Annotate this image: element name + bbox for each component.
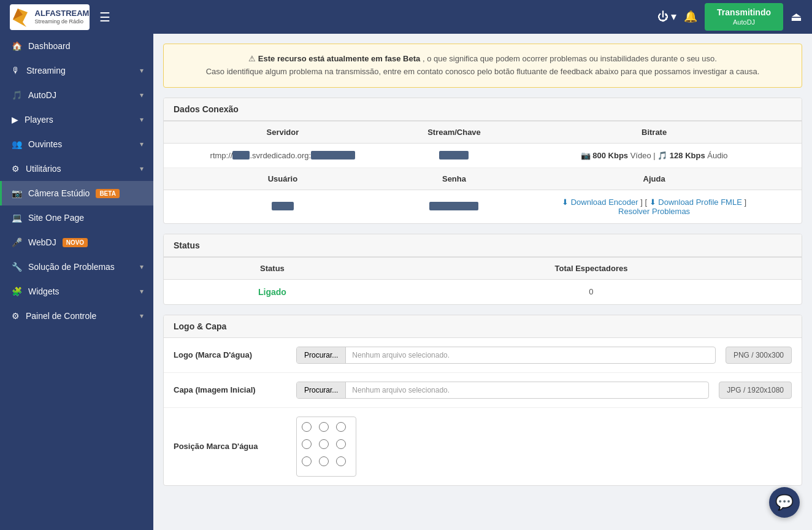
transmitindo-button[interactable]: Transmitindo AutoDJ <box>705 3 783 30</box>
autodj-icon: 🎵 <box>12 90 22 100</box>
chat-button[interactable]: 💬 <box>769 487 800 518</box>
status-table: Status Total Espectadores Ligado 0 <box>164 257 802 304</box>
watermark-radio-tl[interactable] <box>302 422 312 432</box>
watermark-radio-bl[interactable] <box>302 456 312 466</box>
sidebar-item-dashboard[interactable]: 🏠 Dashboard <box>0 34 153 58</box>
status-card: Status Status Total Espectadores Ligado … <box>163 234 802 305</box>
stream-value: ████ <box>402 143 507 167</box>
chevron-down-icon: ▾ <box>140 312 144 320</box>
sidebar-item-ouvintes[interactable]: 👥 Ouvintes ▾ <box>0 132 153 156</box>
watermark-label: Posição Marca D'água <box>174 442 296 451</box>
power-icon: ⏻ <box>657 10 668 23</box>
download-encoder-link[interactable]: ⬇ Download Encoder <box>562 198 638 207</box>
sidebar-item-webdj[interactable]: 🎤 WebDJ NOVO <box>0 230 153 255</box>
chevron-down-icon: ▾ <box>140 91 144 99</box>
servidor-value: rtmp://███.svrdedicado.org:████████ <box>164 143 402 167</box>
logo-browse-button[interactable]: Procurar... <box>297 347 346 363</box>
col-senha: Senha <box>402 167 507 190</box>
logo-capa-card: Logo & Capa Logo (Marca D'água) Procurar… <box>163 315 802 486</box>
alert-text2: Caso identifique algum problema na trans… <box>176 66 789 79</box>
logout-icon[interactable]: ⏏ <box>791 9 802 24</box>
capa-file-placeholder: Nenhum arquivo selecionado. <box>346 382 456 398</box>
painel-icon: ⚙ <box>12 311 20 321</box>
watermark-radio-br[interactable] <box>336 456 346 466</box>
sidebar-item-streaming[interactable]: 🎙 Streaming ▾ <box>0 58 153 83</box>
sidebar-item-siteonepage[interactable]: 💻 Site One Page <box>0 205 153 230</box>
bitrate-value: 📷 800 Kbps Vídeo | 🎵 128 Kbps Áudio <box>507 143 802 167</box>
status-col-status: Status <box>164 257 381 279</box>
camera-icon: 📷 <box>12 188 22 198</box>
novo-badge: NOVO <box>63 238 88 247</box>
sidebar-item-autodj[interactable]: 🎵 AutoDJ ▾ <box>0 83 153 107</box>
sidebar-item-players[interactable]: ▶ Players ▾ <box>0 107 153 132</box>
hamburger-icon[interactable]: ☰ <box>99 10 110 25</box>
capa-label: Capa (Imagem Inicial) <box>174 385 296 394</box>
beta-badge: BETA <box>96 189 119 198</box>
download-profile-link[interactable]: ⬇ Download Profile FMLE <box>649 198 742 207</box>
utilitarios-icon: ⚙ <box>12 164 20 174</box>
alert-bold: Este recurso está atualmente em fase Bet… <box>258 54 420 63</box>
logo-subtext: Streaming de Rádio <box>35 18 90 25</box>
resolver-problemas-link[interactable]: Resolver Problemas <box>618 207 690 216</box>
players-icon: ▶ <box>12 115 18 125</box>
header-left: ALFASTREAM Streaming de Rádio ☰ <box>10 4 110 30</box>
espectadores-value: 0 <box>381 279 802 304</box>
logo-row: Logo (Marca D'água) Procurar... Nenhum a… <box>164 338 802 373</box>
watermark-radio-bc[interactable] <box>319 456 329 466</box>
alert-text1: , o que significa que podem ocorrer prob… <box>423 54 717 63</box>
chevron-down-icon: ▾ <box>140 287 144 296</box>
top-header: ALFASTREAM Streaming de Rádio ☰ ⏻ ▾ 🔔 Tr… <box>0 0 812 34</box>
power-button[interactable]: ⏻ ▾ <box>657 10 676 23</box>
col-usuario: Usuário <box>164 167 402 190</box>
watermark-radio-mc[interactable] <box>319 439 329 449</box>
capa-type-badge: JPG / 1920x1080 <box>719 382 792 399</box>
logo: ALFASTREAM Streaming de Rádio <box>10 4 90 30</box>
table-row: ███ ████████ ⬇ Download Encoder ] [ ⬇ Do… <box>164 190 802 223</box>
table-row: Ligado 0 <box>164 279 802 304</box>
logo-label: Logo (Marca D'água) <box>174 350 296 359</box>
watermark-radio-ml[interactable] <box>302 439 312 449</box>
sidebar-item-solucao[interactable]: 🔧 Solução de Problemas ▾ <box>0 255 153 279</box>
senha-value: ████████ <box>402 190 507 223</box>
chevron-down-icon: ▾ <box>140 140 144 148</box>
logo-text: ALFASTREAM <box>35 9 90 18</box>
logo-file-placeholder: Nenhum arquivo selecionado. <box>346 347 456 363</box>
watermark-radio-mr[interactable] <box>336 439 346 449</box>
chevron-down-icon: ▾ <box>140 66 144 75</box>
dados-conexao-title: Dados Conexão <box>164 98 802 121</box>
status-title: Status <box>164 234 802 257</box>
ajuda-links: ⬇ Download Encoder ] [ ⬇ Download Profil… <box>507 190 802 223</box>
beta-alert: ⚠ Este recurso está atualmente em fase B… <box>163 44 802 88</box>
col-bitrate: Bitrate <box>507 121 802 143</box>
chevron-down-icon: ▾ <box>140 263 144 271</box>
chevron-down-icon: ▾ <box>140 115 144 124</box>
watermark-radio-tr[interactable] <box>336 422 346 432</box>
streaming-icon: 🎙 <box>12 66 20 75</box>
logo-type-badge: PNG / 300x300 <box>726 347 792 364</box>
sidebar-item-widgets[interactable]: 🧩 Widgets ▾ <box>0 279 153 304</box>
watermark-radio-tc[interactable] <box>319 422 329 432</box>
sidebar: 🏠 Dashboard 🎙 Streaming ▾ 🎵 AutoDJ ▾ ▶ P… <box>0 34 153 530</box>
main-content: ⚠ Este recurso está atualmente em fase B… <box>153 34 812 530</box>
table-row: Usuário Senha Ajuda <box>164 167 802 190</box>
col-stream-chave: Stream/Chave <box>402 121 507 143</box>
notifications-bell-icon[interactable]: 🔔 <box>684 10 697 23</box>
sidebar-item-painel[interactable]: ⚙ Painel de Controle ▾ <box>0 304 153 328</box>
logo-file-upload: Procurar... Nenhum arquivo selecionado. <box>296 347 716 364</box>
watermark-row: Posição Marca D'água <box>164 408 802 485</box>
usuario-value: ███ <box>164 190 402 223</box>
sidebar-item-label: Dashboard <box>28 41 71 51</box>
sidebar-item-utilitarios[interactable]: ⚙ Utilitários ▾ <box>0 156 153 181</box>
chevron-down-icon: ▾ <box>140 164 144 173</box>
chevron-icon: ▾ <box>671 10 676 23</box>
table-row: rtmp://███.svrdedicado.org:████████ ████… <box>164 143 802 167</box>
solucao-icon: 🔧 <box>12 262 22 272</box>
webdj-icon: 🎤 <box>12 237 22 247</box>
capa-browse-button[interactable]: Procurar... <box>297 382 346 398</box>
watermark-position-grid <box>296 417 356 477</box>
sidebar-item-camera[interactable]: 📷 Câmera Estúdio BETA <box>0 181 153 205</box>
widgets-icon: 🧩 <box>12 286 22 296</box>
logo-capa-title: Logo & Capa <box>164 315 802 338</box>
status-col-espectadores: Total Espectadores <box>381 257 802 279</box>
capa-row: Capa (Imagem Inicial) Procurar... Nenhum… <box>164 373 802 408</box>
